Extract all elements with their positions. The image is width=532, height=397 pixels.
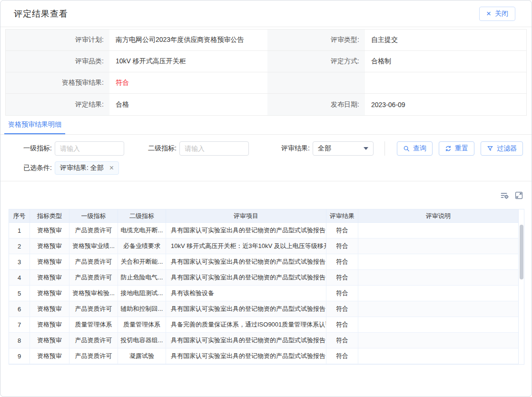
- col-review-item: 10kV 移开式高压开关柜：近3年10kV 及以上电压等级移开...: [166, 238, 326, 254]
- header-col-level1-indicator: 一级指标: [69, 209, 118, 223]
- table-row: 5资格预审资格预审检验...接地电阻测试...具有该检验设备符合: [9, 286, 518, 301]
- query-button[interactable]: 查询: [397, 141, 433, 156]
- field-label-assessment-method: 评定方式:: [267, 51, 365, 72]
- field-label-prequalification-result: 资格预审结果:: [6, 72, 109, 94]
- col-indicator-type: 资格预审: [30, 223, 69, 238]
- col-review-result: 符合: [326, 223, 358, 238]
- col-review-result: 符合: [326, 238, 358, 254]
- review-result-label: 评审结果:: [249, 144, 310, 153]
- field-value-review-category: 10kV 移开式高压开关柜: [109, 51, 267, 72]
- header-col-review-item: 评审项目: [166, 209, 326, 223]
- tab-prequalification-detail[interactable]: 资格预审结果明细: [4, 116, 65, 134]
- col-review-item: 具有国家认可实验室出具的登记物资的产品型式试验报告，...: [166, 333, 326, 348]
- col-review-item: 具有国家认可实验室出具的登记物资的产品型式试验报告，...: [166, 254, 326, 270]
- col-level1-indicator: 质量管理体系: [69, 317, 118, 333]
- table-row: 7资格预审质量管理体系质量管理体系具备完善的质量保证体系，通过ISO9001质量…: [9, 317, 518, 333]
- button-group-divider: [384, 141, 385, 156]
- close-button-label: 关闭: [495, 10, 508, 18]
- col-review-result: 符合: [326, 301, 358, 317]
- col-review-result: 符合: [326, 317, 358, 333]
- selected-condition-tag: 评审结果: 全部 ×: [55, 161, 119, 175]
- col-index: 9: [9, 348, 30, 364]
- col-level1-indicator: 产品资质许可: [69, 348, 118, 364]
- col-index: 7: [9, 317, 30, 333]
- assessment-result-dialog: 评定结果查看 × 关闭 评审计划: 南方电网公司2023年度供应商资格预审公告 …: [0, 0, 532, 397]
- col-index: 4: [9, 270, 30, 286]
- table-row: 6资格预审产品资质许可辅助和控制回...具有国家认可实验室出具的登记物资的产品型…: [9, 301, 518, 317]
- page-title: 评定结果查看: [14, 8, 68, 20]
- table-row: 8资格预审产品资质许可投切电容器组...具有国家认可实验室出具的登记物资的产品型…: [9, 333, 518, 348]
- col-review-note: [358, 223, 518, 238]
- col-level2-indicator: 辅助和控制回...: [118, 301, 166, 317]
- filter-button-label: 过滤器: [497, 144, 517, 153]
- col-level1-indicator: 资格预审业绩...: [69, 238, 118, 254]
- review-result-selected-value: 全部: [318, 144, 331, 153]
- col-review-item: 具有国家认可实验室出具的登记物资的产品型式试验报告，...: [166, 301, 326, 317]
- col-review-item: 具有国家认可实验室出具的登记物资的产品型式试验报告，...: [166, 270, 326, 286]
- fullscreen-icon[interactable]: [514, 190, 523, 200]
- table-row: 2资格预审资格预审业绩...必备业绩要求10kV 移开式高压开关柜：近3年10k…: [9, 238, 518, 254]
- header-col-level2-indicator: 二级指标: [118, 209, 166, 223]
- refresh-icon: [445, 145, 452, 152]
- field-label-review-type: 评审类型:: [267, 30, 365, 51]
- field-value-prequalification-result: 符合: [109, 72, 267, 94]
- col-review-note: [358, 301, 518, 317]
- table-body: 1资格预审产品资质许可电缆充电开断...具有国家认可实验室出具的登记物资的产品型…: [9, 223, 518, 364]
- col-review-item: 具有国家认可实验室出具的登记物资的产品型式试验报告，...: [166, 223, 326, 238]
- col-level2-indicator: 电缆充电开断...: [118, 223, 166, 238]
- col-review-result: 符合: [326, 254, 358, 270]
- table-settings-icon[interactable]: [500, 190, 509, 200]
- table-row: 1资格预审产品资质许可电缆充电开断...具有国家认可实验室出具的登记物资的产品型…: [9, 223, 518, 238]
- table-toolbar: [0, 181, 532, 209]
- col-review-result: 符合: [326, 286, 358, 301]
- field-value-publish-date: 2023-06-09: [365, 94, 526, 115]
- filter-button[interactable]: 过滤器: [481, 141, 523, 156]
- close-button[interactable]: × 关闭: [479, 7, 515, 21]
- col-level2-indicator: 质量管理体系: [118, 317, 166, 333]
- col-review-result: 符合: [326, 270, 358, 286]
- col-level1-indicator: 产品资质许可: [69, 301, 118, 317]
- col-indicator-type: 资格预审: [30, 317, 69, 333]
- header-col-index: 序号: [9, 209, 30, 223]
- col-review-note: [358, 270, 518, 286]
- col-level1-indicator: 产品资质许可: [69, 333, 118, 348]
- filter-section: 一级指标: 二级指标: 评审结果: 全部 查询: [0, 135, 532, 181]
- field-value-empty: [365, 72, 526, 94]
- col-index: 8: [9, 333, 30, 348]
- col-review-item: 具有国家认可实验室出具的登记物资的产品型式试验报告，...: [166, 348, 326, 364]
- results-table: 序号指标类型一级指标二级指标评审项目评审结果评审说明 1资格预审产品资质许可电缆…: [9, 209, 524, 365]
- table-row: 3资格预审产品资质许可关合和开断能...具有国家认可实验室出具的登记物资的产品型…: [9, 254, 518, 270]
- tag-remove-icon[interactable]: ×: [109, 164, 114, 172]
- col-indicator-type: 资格预审: [30, 301, 69, 317]
- col-review-result: 符合: [326, 348, 358, 364]
- col-level1-indicator: 产品资质许可: [69, 270, 118, 286]
- col-review-item: 具备完善的质量保证体系，通过ISO9001质量管理体系认证...: [166, 317, 326, 333]
- col-index: 3: [9, 254, 30, 270]
- level2-indicator-label: 二级指标:: [124, 144, 177, 153]
- table-row: 4资格预审产品资质许可防止危险电气...具有国家认可实验室出具的登记物资的产品型…: [9, 270, 518, 286]
- chevron-down-icon: [364, 147, 368, 150]
- col-level1-indicator: 资格预审检验...: [69, 286, 118, 301]
- field-label-publish-date: 发布日期:: [267, 94, 365, 115]
- col-level1-indicator: 产品资质许可: [69, 254, 118, 270]
- reset-button-label: 重置: [455, 144, 468, 153]
- field-label-review-category: 评审品类:: [6, 51, 109, 72]
- field-label-assessment-result: 评定结果:: [6, 94, 109, 115]
- reset-button[interactable]: 重置: [439, 141, 474, 156]
- table-row: 9资格预审产品资质许可凝露试验具有国家认可实验室出具的登记物资的产品型式试验报告…: [9, 348, 518, 364]
- header-col-indicator-type: 指标类型: [30, 209, 69, 223]
- level1-indicator-label: 一级指标:: [0, 144, 52, 153]
- col-level2-indicator: 投切电容器组...: [118, 333, 166, 348]
- level1-indicator-input[interactable]: [55, 141, 124, 156]
- review-result-select[interactable]: 全部: [313, 141, 374, 156]
- field-value-assessment-method: 合格制: [365, 51, 526, 72]
- col-indicator-type: 资格预审: [30, 254, 69, 270]
- col-level2-indicator: 凝露试验: [118, 348, 166, 364]
- table-scrollbar-thumb[interactable]: [520, 225, 523, 279]
- col-review-note: [358, 286, 518, 301]
- col-level2-indicator: 必备业绩要求: [118, 238, 166, 254]
- col-indicator-type: 资格预审: [30, 286, 69, 301]
- header-col-review-note: 评审说明: [358, 209, 518, 223]
- table-header: 序号指标类型一级指标二级指标评审项目评审结果评审说明: [9, 209, 518, 223]
- level2-indicator-input[interactable]: [179, 141, 249, 156]
